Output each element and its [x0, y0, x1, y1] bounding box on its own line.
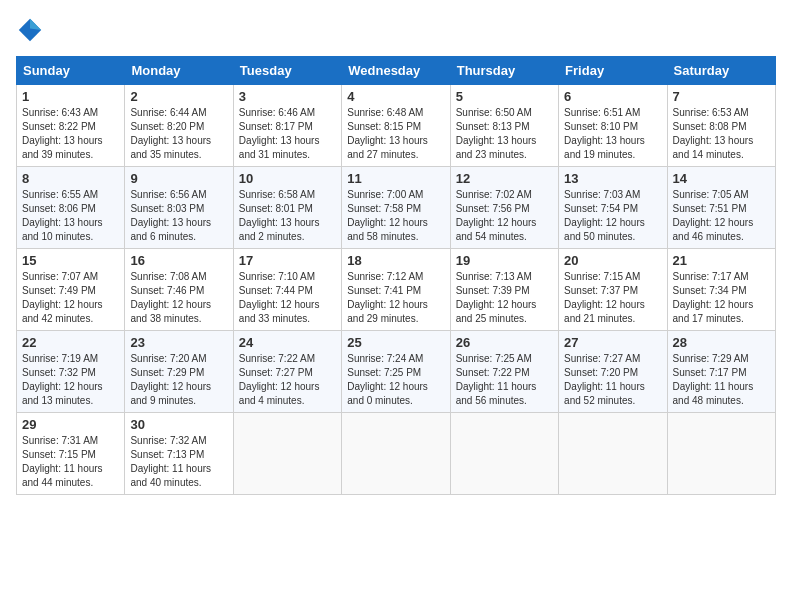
calendar-cell: 27Sunrise: 7:27 AM Sunset: 7:20 PM Dayli… [559, 331, 667, 413]
cell-daylight-info: Sunrise: 7:24 AM Sunset: 7:25 PM Dayligh… [347, 352, 444, 408]
cell-daylight-info: Sunrise: 7:29 AM Sunset: 7:17 PM Dayligh… [673, 352, 770, 408]
cell-daylight-info: Sunrise: 7:22 AM Sunset: 7:27 PM Dayligh… [239, 352, 336, 408]
day-number: 19 [456, 253, 553, 268]
cell-daylight-info: Sunrise: 7:17 AM Sunset: 7:34 PM Dayligh… [673, 270, 770, 326]
cell-daylight-info: Sunrise: 7:00 AM Sunset: 7:58 PM Dayligh… [347, 188, 444, 244]
day-number: 11 [347, 171, 444, 186]
calendar-cell: 30Sunrise: 7:32 AM Sunset: 7:13 PM Dayli… [125, 413, 233, 495]
cell-daylight-info: Sunrise: 7:32 AM Sunset: 7:13 PM Dayligh… [130, 434, 227, 490]
cell-daylight-info: Sunrise: 6:51 AM Sunset: 8:10 PM Dayligh… [564, 106, 661, 162]
calendar-cell [233, 413, 341, 495]
calendar-cell: 5Sunrise: 6:50 AM Sunset: 8:13 PM Daylig… [450, 85, 558, 167]
calendar-cell: 21Sunrise: 7:17 AM Sunset: 7:34 PM Dayli… [667, 249, 775, 331]
calendar-week-row: 1Sunrise: 6:43 AM Sunset: 8:22 PM Daylig… [17, 85, 776, 167]
calendar-cell [559, 413, 667, 495]
calendar-cell: 17Sunrise: 7:10 AM Sunset: 7:44 PM Dayli… [233, 249, 341, 331]
day-header-wednesday: Wednesday [342, 57, 450, 85]
calendar-cell: 2Sunrise: 6:44 AM Sunset: 8:20 PM Daylig… [125, 85, 233, 167]
calendar-cell: 24Sunrise: 7:22 AM Sunset: 7:27 PM Dayli… [233, 331, 341, 413]
day-header-saturday: Saturday [667, 57, 775, 85]
day-number: 10 [239, 171, 336, 186]
day-number: 6 [564, 89, 661, 104]
cell-daylight-info: Sunrise: 7:15 AM Sunset: 7:37 PM Dayligh… [564, 270, 661, 326]
cell-daylight-info: Sunrise: 6:50 AM Sunset: 8:13 PM Dayligh… [456, 106, 553, 162]
calendar-cell: 19Sunrise: 7:13 AM Sunset: 7:39 PM Dayli… [450, 249, 558, 331]
cell-daylight-info: Sunrise: 6:44 AM Sunset: 8:20 PM Dayligh… [130, 106, 227, 162]
cell-daylight-info: Sunrise: 7:13 AM Sunset: 7:39 PM Dayligh… [456, 270, 553, 326]
calendar-cell: 10Sunrise: 6:58 AM Sunset: 8:01 PM Dayli… [233, 167, 341, 249]
calendar-cell: 29Sunrise: 7:31 AM Sunset: 7:15 PM Dayli… [17, 413, 125, 495]
cell-daylight-info: Sunrise: 7:08 AM Sunset: 7:46 PM Dayligh… [130, 270, 227, 326]
calendar-cell: 3Sunrise: 6:46 AM Sunset: 8:17 PM Daylig… [233, 85, 341, 167]
calendar-week-row: 15Sunrise: 7:07 AM Sunset: 7:49 PM Dayli… [17, 249, 776, 331]
cell-daylight-info: Sunrise: 7:20 AM Sunset: 7:29 PM Dayligh… [130, 352, 227, 408]
logo-icon [16, 16, 44, 44]
day-header-sunday: Sunday [17, 57, 125, 85]
page-header [16, 16, 776, 44]
calendar-cell: 9Sunrise: 6:56 AM Sunset: 8:03 PM Daylig… [125, 167, 233, 249]
day-number: 17 [239, 253, 336, 268]
calendar-cell: 28Sunrise: 7:29 AM Sunset: 7:17 PM Dayli… [667, 331, 775, 413]
cell-daylight-info: Sunrise: 7:07 AM Sunset: 7:49 PM Dayligh… [22, 270, 119, 326]
day-number: 15 [22, 253, 119, 268]
calendar-week-row: 22Sunrise: 7:19 AM Sunset: 7:32 PM Dayli… [17, 331, 776, 413]
day-number: 7 [673, 89, 770, 104]
day-header-friday: Friday [559, 57, 667, 85]
day-number: 25 [347, 335, 444, 350]
day-number: 12 [456, 171, 553, 186]
calendar-cell: 20Sunrise: 7:15 AM Sunset: 7:37 PM Dayli… [559, 249, 667, 331]
cell-daylight-info: Sunrise: 7:10 AM Sunset: 7:44 PM Dayligh… [239, 270, 336, 326]
calendar-week-row: 8Sunrise: 6:55 AM Sunset: 8:06 PM Daylig… [17, 167, 776, 249]
day-number: 16 [130, 253, 227, 268]
day-number: 21 [673, 253, 770, 268]
cell-daylight-info: Sunrise: 7:05 AM Sunset: 7:51 PM Dayligh… [673, 188, 770, 244]
cell-daylight-info: Sunrise: 6:58 AM Sunset: 8:01 PM Dayligh… [239, 188, 336, 244]
cell-daylight-info: Sunrise: 6:56 AM Sunset: 8:03 PM Dayligh… [130, 188, 227, 244]
calendar-cell: 6Sunrise: 6:51 AM Sunset: 8:10 PM Daylig… [559, 85, 667, 167]
cell-daylight-info: Sunrise: 6:46 AM Sunset: 8:17 PM Dayligh… [239, 106, 336, 162]
logo [16, 16, 48, 44]
day-number: 23 [130, 335, 227, 350]
calendar: SundayMondayTuesdayWednesdayThursdayFrid… [16, 56, 776, 495]
day-number: 1 [22, 89, 119, 104]
calendar-cell: 26Sunrise: 7:25 AM Sunset: 7:22 PM Dayli… [450, 331, 558, 413]
cell-daylight-info: Sunrise: 7:19 AM Sunset: 7:32 PM Dayligh… [22, 352, 119, 408]
day-header-monday: Monday [125, 57, 233, 85]
calendar-cell: 16Sunrise: 7:08 AM Sunset: 7:46 PM Dayli… [125, 249, 233, 331]
day-number: 29 [22, 417, 119, 432]
day-header-thursday: Thursday [450, 57, 558, 85]
cell-daylight-info: Sunrise: 6:53 AM Sunset: 8:08 PM Dayligh… [673, 106, 770, 162]
calendar-cell: 11Sunrise: 7:00 AM Sunset: 7:58 PM Dayli… [342, 167, 450, 249]
day-number: 9 [130, 171, 227, 186]
cell-daylight-info: Sunrise: 6:48 AM Sunset: 8:15 PM Dayligh… [347, 106, 444, 162]
day-number: 2 [130, 89, 227, 104]
calendar-week-row: 29Sunrise: 7:31 AM Sunset: 7:15 PM Dayli… [17, 413, 776, 495]
cell-daylight-info: Sunrise: 7:03 AM Sunset: 7:54 PM Dayligh… [564, 188, 661, 244]
day-number: 13 [564, 171, 661, 186]
day-number: 14 [673, 171, 770, 186]
calendar-cell: 7Sunrise: 6:53 AM Sunset: 8:08 PM Daylig… [667, 85, 775, 167]
day-number: 3 [239, 89, 336, 104]
day-number: 26 [456, 335, 553, 350]
calendar-cell [667, 413, 775, 495]
cell-daylight-info: Sunrise: 7:02 AM Sunset: 7:56 PM Dayligh… [456, 188, 553, 244]
calendar-header-row: SundayMondayTuesdayWednesdayThursdayFrid… [17, 57, 776, 85]
cell-daylight-info: Sunrise: 7:12 AM Sunset: 7:41 PM Dayligh… [347, 270, 444, 326]
day-number: 30 [130, 417, 227, 432]
day-number: 24 [239, 335, 336, 350]
day-number: 28 [673, 335, 770, 350]
calendar-cell: 15Sunrise: 7:07 AM Sunset: 7:49 PM Dayli… [17, 249, 125, 331]
day-number: 20 [564, 253, 661, 268]
calendar-cell: 13Sunrise: 7:03 AM Sunset: 7:54 PM Dayli… [559, 167, 667, 249]
calendar-cell [342, 413, 450, 495]
calendar-cell: 25Sunrise: 7:24 AM Sunset: 7:25 PM Dayli… [342, 331, 450, 413]
day-number: 22 [22, 335, 119, 350]
day-number: 4 [347, 89, 444, 104]
cell-daylight-info: Sunrise: 7:31 AM Sunset: 7:15 PM Dayligh… [22, 434, 119, 490]
calendar-cell: 12Sunrise: 7:02 AM Sunset: 7:56 PM Dayli… [450, 167, 558, 249]
calendar-cell [450, 413, 558, 495]
day-number: 18 [347, 253, 444, 268]
calendar-cell: 22Sunrise: 7:19 AM Sunset: 7:32 PM Dayli… [17, 331, 125, 413]
calendar-cell: 8Sunrise: 6:55 AM Sunset: 8:06 PM Daylig… [17, 167, 125, 249]
day-number: 8 [22, 171, 119, 186]
